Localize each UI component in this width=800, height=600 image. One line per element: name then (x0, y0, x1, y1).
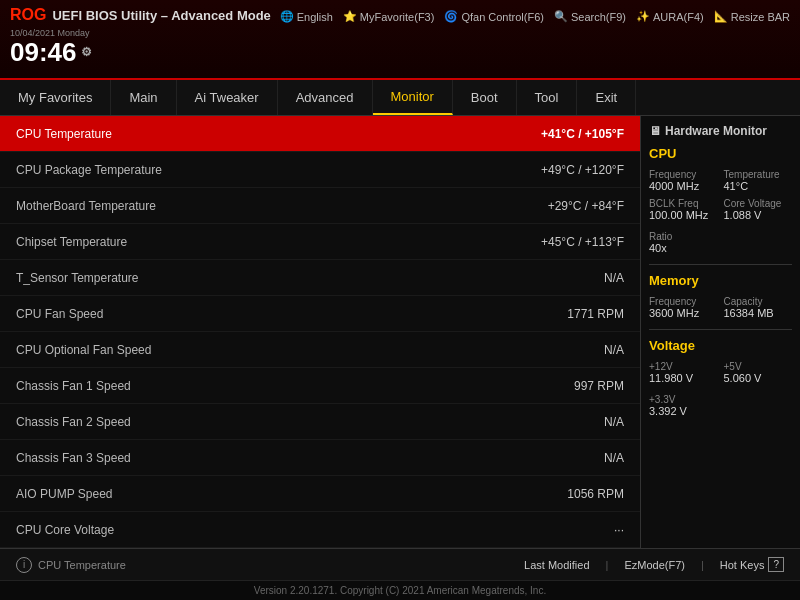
ez-mode-button[interactable]: EzMode(F7) (624, 559, 685, 571)
bios-header: ROG UEFI BIOS Utility – Advanced Mode 10… (0, 0, 800, 80)
bottom-actions: Last Modified | EzMode(F7) | Hot Keys ? (524, 557, 784, 572)
row-value: +45°C / +113°F (541, 235, 624, 249)
v12-cell: +12V 11.980 V (649, 361, 718, 384)
cpu-temp-cell: Temperature 41°C (724, 169, 793, 192)
hw-voltage-section-title: Voltage (649, 338, 792, 353)
mem-capacity-cell: Capacity 16384 MB (724, 296, 793, 319)
row-value: 1771 RPM (567, 307, 624, 321)
bios-title: UEFI BIOS Utility – Advanced Mode (52, 8, 270, 23)
nav-item-exit[interactable]: Exit (577, 80, 636, 115)
table-row[interactable]: CPU Fan Speed 1771 RPM (0, 296, 640, 332)
hw-panel-title: 🖥 Hardware Monitor (649, 124, 792, 138)
action-separator: | (701, 559, 704, 571)
row-label: Chassis Fan 1 Speed (16, 379, 574, 393)
nav-item-main[interactable]: Main (111, 80, 176, 115)
table-row[interactable]: Chipset Temperature +45°C / +113°F (0, 224, 640, 260)
settings-icon[interactable]: ⚙ (81, 46, 92, 59)
toolbar-icons: 🌐 English ⭐ MyFavorite(F3) 🌀 Qfan Contro… (280, 10, 790, 23)
bottom-info-text: CPU Temperature (38, 559, 126, 571)
mem-freq-cell: Frequency 3600 MHz (649, 296, 718, 319)
v33-cell: +3.3V 3.392 V (649, 394, 792, 417)
row-label: T_Sensor Temperature (16, 271, 604, 285)
row-value: ··· (614, 523, 624, 537)
row-label: Chipset Temperature (16, 235, 541, 249)
row-value: N/A (604, 271, 624, 285)
table-row[interactable]: CPU Temperature +41°C / +105°F (0, 116, 640, 152)
table-row[interactable]: CPU Optional Fan Speed N/A (0, 332, 640, 368)
row-label: CPU Fan Speed (16, 307, 567, 321)
row-label: CPU Optional Fan Speed (16, 343, 604, 357)
table-row[interactable]: AIO PUMP Speed 1056 RPM (0, 476, 640, 512)
hw-memory-section-title: Memory (649, 273, 792, 288)
footer: Version 2.20.1271. Copyright (C) 2021 Am… (0, 580, 800, 600)
cpu-stats-grid: Frequency 4000 MHz Temperature 41°C BCLK… (649, 169, 792, 221)
aura-button[interactable]: ✨ AURA(F4) (636, 10, 704, 23)
search-button[interactable]: 🔍 Search(F9) (554, 10, 626, 23)
table-row[interactable]: Chassis Fan 2 Speed N/A (0, 404, 640, 440)
nav-item-advanced[interactable]: Advanced (278, 80, 373, 115)
time-display: 09:46 ⚙ (10, 38, 92, 67)
nav-menu: My Favorites Main Ai Tweaker Advanced Mo… (0, 80, 800, 116)
bottom-bar: i CPU Temperature Last Modified | EzMode… (0, 548, 800, 580)
table-row[interactable]: CPU Core Voltage ··· (0, 512, 640, 548)
last-modified-button[interactable]: Last Modified (524, 559, 589, 571)
bottom-info: i CPU Temperature (16, 557, 524, 573)
row-label: CPU Package Temperature (16, 163, 541, 177)
nav-item-monitor[interactable]: Monitor (373, 80, 453, 115)
nav-item-favorites[interactable]: My Favorites (0, 80, 111, 115)
section-divider (649, 264, 792, 265)
nav-item-tool[interactable]: Tool (517, 80, 578, 115)
cpu-bclk-cell: BCLK Freq 100.00 MHz (649, 198, 718, 221)
hw-cpu-section-title: CPU (649, 146, 792, 161)
row-label: CPU Core Voltage (16, 523, 614, 537)
row-value: N/A (604, 415, 624, 429)
monitor-panel: CPU Temperature +41°C / +105°F CPU Packa… (0, 116, 640, 548)
nav-item-boot[interactable]: Boot (453, 80, 517, 115)
qfan-button[interactable]: 🌀 Qfan Control(F6) (444, 10, 544, 23)
row-label: Chassis Fan 3 Speed (16, 451, 604, 465)
main-content: CPU Temperature +41°C / +105°F CPU Packa… (0, 116, 800, 548)
row-value: +49°C / +120°F (541, 163, 624, 177)
table-row[interactable]: MotherBoard Temperature +29°C / +84°F (0, 188, 640, 224)
cpu-freq-cell: Frequency 4000 MHz (649, 169, 718, 192)
row-value: +41°C / +105°F (541, 127, 624, 141)
rog-icon: ROG (10, 6, 46, 24)
myfavorite-button[interactable]: ⭐ MyFavorite(F3) (343, 10, 435, 23)
cpu-ratio-cell: Ratio 40x (649, 231, 792, 254)
row-label: MotherBoard Temperature (16, 199, 548, 213)
row-value: N/A (604, 451, 624, 465)
cpu-voltage-cell: Core Voltage 1.088 V (724, 198, 793, 221)
memory-stats-grid: Frequency 3600 MHz Capacity 16384 MB (649, 296, 792, 319)
table-row[interactable]: T_Sensor Temperature N/A (0, 260, 640, 296)
row-label: AIO PUMP Speed (16, 487, 567, 501)
nav-item-ai-tweaker[interactable]: Ai Tweaker (177, 80, 278, 115)
datetime-block: 10/04/2021 Monday 09:46 ⚙ (10, 28, 92, 67)
row-label: CPU Temperature (16, 127, 541, 141)
resize-bar-button[interactable]: 📐 Resize BAR (714, 10, 790, 23)
section-divider (649, 329, 792, 330)
language-button[interactable]: 🌐 English (280, 10, 333, 23)
table-row[interactable]: Chassis Fan 1 Speed 997 RPM (0, 368, 640, 404)
v5-cell: +5V 5.060 V (724, 361, 793, 384)
copyright-text: Version 2.20.1271. Copyright (C) 2021 Am… (254, 585, 546, 596)
row-value: N/A (604, 343, 624, 357)
help-icon: ? (768, 557, 784, 572)
row-label: Chassis Fan 2 Speed (16, 415, 604, 429)
row-value: +29°C / +84°F (548, 199, 624, 213)
table-row[interactable]: CPU Package Temperature +49°C / +120°F (0, 152, 640, 188)
table-row[interactable]: Chassis Fan 3 Speed N/A (0, 440, 640, 476)
info-icon: i (16, 557, 32, 573)
voltage-stats-grid: +12V 11.980 V +5V 5.060 V (649, 361, 792, 384)
row-value: 997 RPM (574, 379, 624, 393)
row-value: 1056 RPM (567, 487, 624, 501)
hot-keys-button[interactable]: Hot Keys ? (720, 557, 784, 572)
action-separator: | (606, 559, 609, 571)
hw-monitor-panel: 🖥 Hardware Monitor CPU Frequency 4000 MH… (640, 116, 800, 548)
monitor-icon: 🖥 (649, 124, 661, 138)
